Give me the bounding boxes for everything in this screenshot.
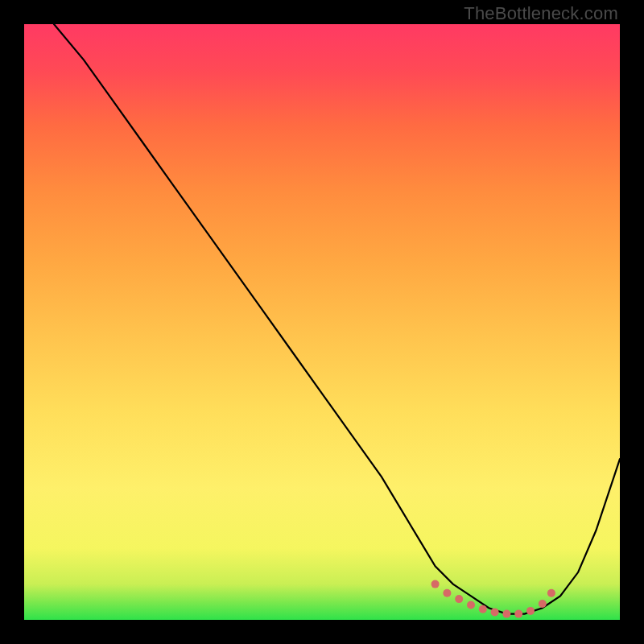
trough-point — [479, 605, 487, 613]
trough-point — [455, 595, 463, 603]
bottleneck-curve — [54, 24, 620, 614]
trough-markers — [431, 580, 555, 618]
trough-point — [467, 601, 475, 609]
curve-svg — [24, 24, 620, 620]
trough-point — [526, 607, 535, 615]
trough-point — [502, 610, 510, 618]
trough-point — [431, 580, 440, 588]
trough-point — [491, 608, 499, 616]
trough-point — [539, 600, 547, 608]
trough-point — [514, 610, 522, 618]
trough-point — [547, 589, 555, 597]
watermark-text: TheBottleneck.com — [464, 3, 618, 24]
chart-frame: TheBottleneck.com — [0, 0, 644, 644]
trough-point — [443, 589, 451, 597]
plot-area — [24, 24, 620, 620]
